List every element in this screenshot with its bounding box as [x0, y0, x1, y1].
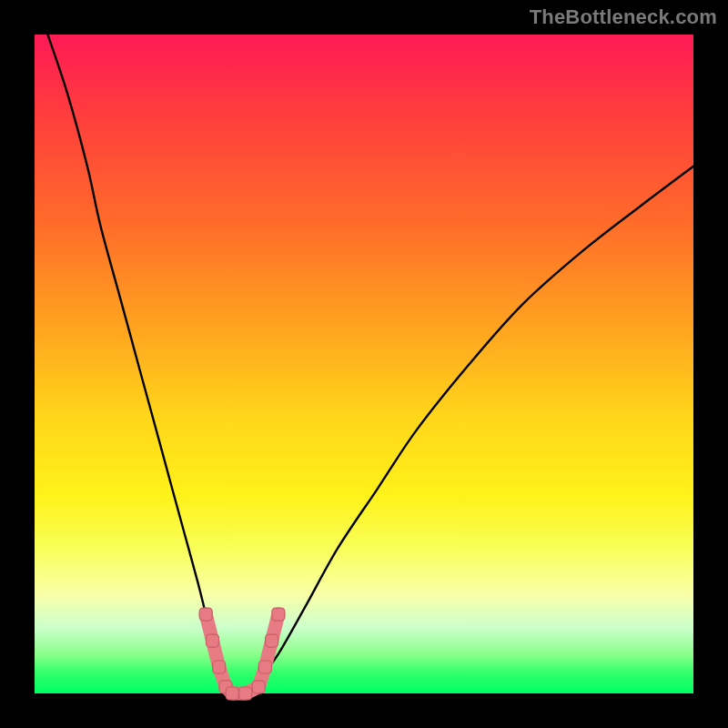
watermark-text: TheBottleneck.com	[530, 5, 717, 29]
marker-point	[258, 661, 271, 673]
chart-frame: TheBottleneck.com	[0, 0, 728, 728]
plot-area	[35, 35, 693, 693]
marker-point	[272, 608, 285, 621]
marker-point	[226, 687, 238, 700]
marker-cluster-path	[206, 614, 278, 693]
marker-point	[213, 661, 226, 673]
marker-point	[199, 608, 212, 621]
marker-point	[266, 634, 278, 647]
marker-point	[239, 687, 252, 700]
curve-svg	[35, 35, 693, 693]
bottleneck-curve	[48, 35, 694, 695]
marker-point	[207, 634, 219, 647]
marker-point	[252, 681, 265, 693]
